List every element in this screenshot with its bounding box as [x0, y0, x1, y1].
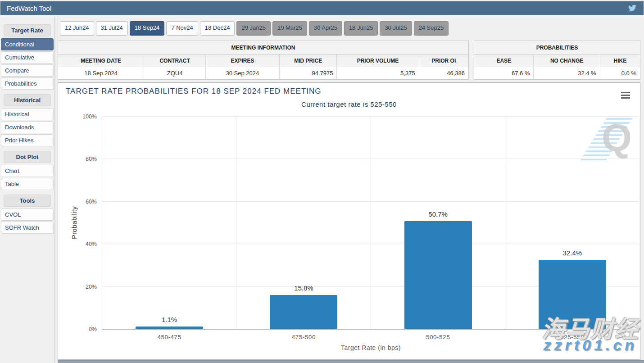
- tab-18-dec24[interactable]: 18 Dec24: [200, 21, 235, 36]
- fedwatch-page: FedWatch Tool Target RateConditionalCumu…: [0, 0, 644, 363]
- meeting-tabs: 12 Jun2431 Jul2418 Sep247 Nov2418 Dec242…: [60, 21, 642, 36]
- cell-no-change: 32.4 %: [534, 67, 600, 79]
- sidebar-item-prior-hikes[interactable]: Prior Hikes: [1, 134, 54, 146]
- cell-prior-oi: 46,386: [419, 67, 468, 79]
- tab-18-sep24[interactable]: 18 Sep24: [130, 21, 165, 36]
- tab-30-jul25[interactable]: 30 Jul25: [380, 21, 412, 36]
- cell-hike: 0.0 %: [600, 67, 640, 79]
- table-data-row: 67.6 %32.4 %0.0 %: [474, 67, 640, 79]
- tab-24-sep25[interactable]: 24 Sep25: [414, 21, 449, 36]
- chart-subtitle: Current target rate is 525-550: [58, 100, 640, 108]
- column-header-contract: CONTRACT: [144, 55, 206, 67]
- cell-mid-price: 94.7975: [280, 67, 337, 79]
- bar-chart-plot: Probability Target Rate (in bps) 0%20%40…: [102, 116, 639, 330]
- cell-meeting-date: 18 Sep 2024: [58, 67, 144, 79]
- sidebar: Target RateConditionalCumulativeCompareP…: [1, 20, 54, 234]
- app-title: FedWatch Tool: [7, 5, 51, 12]
- x-tick-500-525: 500-525: [404, 334, 472, 340]
- column-header-expires: EXPIRES: [206, 55, 280, 67]
- y-axis-label: Probability: [70, 116, 79, 329]
- bar-value-label-525-550: 32.4%: [539, 249, 606, 257]
- gridline-horizontal: [102, 244, 639, 244]
- cell-contract: ZQU4: [144, 67, 206, 79]
- sidebar-item-conditional[interactable]: Conditional: [1, 38, 54, 50]
- bar-450-475[interactable]: [136, 327, 203, 329]
- sidebar-item-chart[interactable]: Chart: [1, 165, 54, 177]
- column-header-mid-price: MID PRICE: [280, 55, 337, 67]
- sidebar-section-historical: Historical: [4, 94, 51, 106]
- app-header: FedWatch Tool: [0, 1, 644, 15]
- table-data-row: 18 Sep 2024ZQU430 Sep 202494.79755,37546…: [58, 67, 468, 79]
- sidebar-section-target-rate: Target Rate: [4, 24, 51, 36]
- gridline-vertical: [505, 116, 505, 329]
- bar-value-label-450-475: 1.1%: [136, 316, 203, 323]
- table-caption-meeting-information: MEETING INFORMATION: [58, 41, 468, 55]
- gridline-horizontal: [102, 116, 639, 117]
- gridline-vertical: [236, 116, 236, 329]
- meeting-information-table: MEETING INFORMATIONMEETING DATECONTRACTE…: [58, 41, 469, 80]
- sidebar-section-dot-plot: Dot Plot: [4, 151, 51, 163]
- tab-18-jun25[interactable]: 18 Jun25: [344, 21, 378, 36]
- y-tick-0: 0%: [73, 326, 97, 332]
- table-caption-probabilities: PROBABILITIES: [474, 41, 640, 55]
- watermark-brand-url: zzrt01.cn: [544, 336, 638, 354]
- gridline-vertical: [371, 116, 371, 329]
- tab-30-apr25[interactable]: 30 Apr25: [309, 21, 342, 36]
- column-header-meeting-date: MEETING DATE: [58, 55, 144, 67]
- column-header-ease: EASE: [474, 55, 534, 67]
- sidebar-item-historical[interactable]: Historical: [1, 108, 54, 120]
- bar-value-label-475-500: 15.8%: [270, 284, 337, 292]
- y-tick-40: 40%: [73, 241, 97, 247]
- cell-ease: 67.6 %: [474, 67, 534, 79]
- chart-panel: TARGET RATE PROBABILITIES FOR 18 SEP 202…: [58, 82, 640, 360]
- y-tick-80: 80%: [73, 156, 97, 162]
- gridline-vertical: [639, 116, 639, 329]
- bar-500-525[interactable]: [404, 221, 472, 329]
- chart-title: TARGET RATE PROBABILITIES FOR 18 SEP 202…: [66, 87, 322, 96]
- column-header-prior-volume: PRIOR VOLUME: [337, 55, 419, 67]
- tab-29-jan25[interactable]: 29 Jan25: [236, 21, 271, 36]
- y-tick-100: 100%: [73, 113, 97, 120]
- cell-expires: 30 Sep 2024: [206, 67, 280, 79]
- y-tick-20: 20%: [73, 284, 97, 290]
- footer-strip: [58, 360, 644, 363]
- tab-31-jul24[interactable]: 31 Jul24: [96, 21, 128, 36]
- sidebar-item-probabilities[interactable]: Probabilities: [1, 77, 54, 90]
- y-tick-60: 60%: [73, 199, 97, 205]
- table-header-row: EASENO CHANGEHIKE: [474, 55, 640, 67]
- column-header-no-change: NO CHANGE: [534, 55, 600, 67]
- sidebar-item-downloads[interactable]: Downloads: [1, 121, 54, 133]
- sidebar-item-compare[interactable]: Compare: [1, 64, 54, 77]
- sidebar-item-sofr-watch[interactable]: SOFR Watch: [1, 222, 54, 234]
- table-header-row: MEETING DATECONTRACTEXPIRESMID PRICEPRIO…: [58, 55, 468, 67]
- tab-19-mar25[interactable]: 19 Mar25: [272, 21, 307, 36]
- sidebar-item-cumulative[interactable]: Cumulative: [1, 51, 54, 64]
- gridline-horizontal: [102, 201, 639, 202]
- bar-value-label-500-525: 50.7%: [404, 210, 472, 218]
- tab-7-nov24[interactable]: 7 Nov24: [166, 21, 198, 36]
- probabilities-table: PROBABILITIESEASENO CHANGEHIKE67.6 %32.4…: [474, 41, 640, 80]
- bar-475-500[interactable]: [270, 295, 337, 329]
- twitter-icon[interactable]: [627, 4, 637, 12]
- column-header-hike: HIKE: [600, 55, 640, 67]
- sidebar-item-table[interactable]: Table: [1, 178, 54, 190]
- cell-prior-volume: 5,375: [337, 67, 419, 79]
- column-header-prior-oi: PRIOR OI: [419, 55, 468, 67]
- sidebar-item-cvol[interactable]: CVOL: [1, 209, 54, 221]
- hamburger-menu-icon[interactable]: [621, 92, 630, 100]
- sidebar-section-tools: Tools: [4, 195, 51, 207]
- gridline-horizontal: [102, 159, 639, 159]
- x-tick-475-500: 475-500: [270, 334, 337, 340]
- x-tick-450-475: 450-475: [136, 334, 203, 340]
- tab-12-jun24[interactable]: 12 Jun24: [60, 21, 94, 36]
